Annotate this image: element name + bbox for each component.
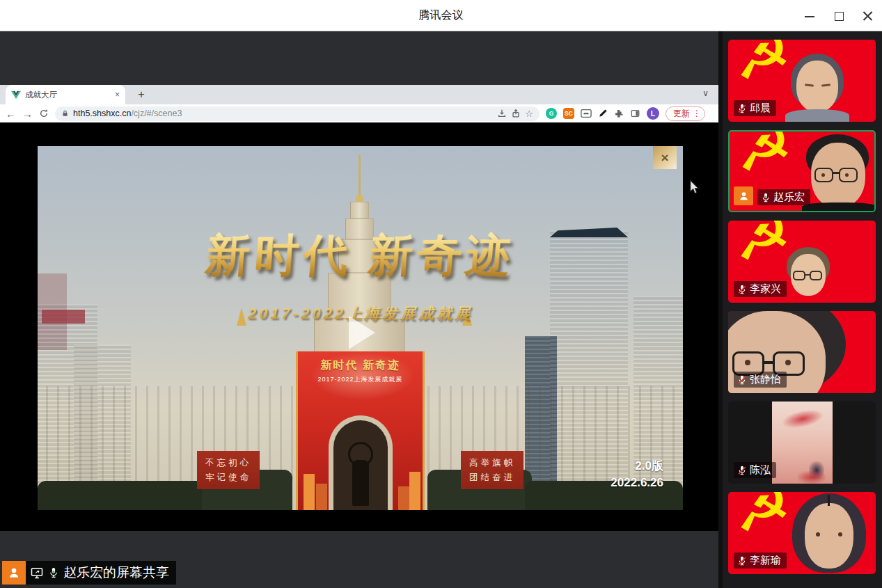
video-player[interactable]: 不忘初心 牢记使命 高举旗帜 团结奋进 新时代 新奇迹 2017-2022上海发… — [38, 146, 683, 510]
gate-subtitle: 2017-2022上海发展成就展 — [298, 375, 423, 384]
profile-avatar[interactable]: L — [647, 107, 659, 120]
address-bar[interactable]: hth5.shshxc.cn/cjz/#/scene3 ☆ — [55, 106, 540, 121]
participant-tile[interactable]: 陈泓 — [728, 402, 876, 484]
reload-icon[interactable] — [39, 109, 49, 118]
participant-tile[interactable]: ☭ 张静怡 — [728, 311, 876, 393]
share-icon[interactable] — [511, 109, 521, 118]
host-badge-icon — [2, 561, 26, 585]
close-icon[interactable] — [863, 10, 874, 22]
url-host: hth5.shshxc.cn — [73, 109, 131, 118]
web-page-content: 不忘初心 牢记使命 高举旗帜 团结奋进 新时代 新奇迹 2017-2022上海发… — [0, 122, 718, 531]
party-emblem-icon: ☭ — [730, 40, 794, 90]
participant-tile[interactable]: ☭ 李家兴 — [728, 221, 876, 303]
tencent-meeting-window: 腾讯会议 成就大厅 × + ∨ ← → — [0, 0, 882, 588]
update-label: 更新 — [673, 108, 690, 120]
minimize-icon[interactable] — [804, 10, 815, 22]
new-tab-button[interactable]: + — [134, 87, 149, 102]
mouse-cursor — [689, 180, 700, 198]
forward-icon[interactable]: → — [22, 109, 33, 119]
building-wing — [46, 386, 315, 481]
participant-name-tag: 张静怡 — [734, 372, 787, 388]
participant-name: 邱晨 — [750, 102, 771, 115]
browser-tabstrip: 成就大厅 × + ∨ — [0, 85, 718, 104]
muted-mic-icon — [737, 374, 748, 386]
tab-close-icon[interactable]: × — [115, 90, 120, 99]
browser-toolbar: ← → hth5.shshxc.cn/cjz/#/scene3 ☆ G SC — [0, 104, 718, 122]
bookmark-star-icon[interactable]: ☆ — [525, 109, 533, 119]
screen-share-bar: 赵乐宏的屏幕共享 — [2, 561, 176, 585]
tab-search-chevron-icon[interactable]: ∨ — [702, 88, 709, 98]
video-version-text: 2.0版 2022.6.26 — [611, 458, 663, 491]
version-number: 2.0版 — [611, 458, 663, 475]
share-label: 赵乐宏的屏幕共享 — [26, 561, 176, 585]
back-icon[interactable]: ← — [6, 109, 16, 119]
statue — [352, 460, 369, 506]
participant-tile[interactable]: ☭ 赵乐宏 — [728, 130, 876, 212]
participant-name-tag: 陈泓 — [734, 462, 776, 478]
participant-name-tag: 邱晨 — [734, 100, 776, 116]
share-text: 赵乐宏的屏幕共享 — [63, 564, 169, 582]
window-controls — [804, 0, 874, 31]
slogan-banner-left: 不忘初心 牢记使命 — [197, 451, 260, 489]
window-titlebar: 腾讯会议 — [0, 0, 882, 31]
side-panel-icon[interactable] — [630, 109, 640, 118]
exhibition-gate: 新时代 新奇迹 2017-2022上海发展成就展 — [296, 351, 425, 510]
host-badge-icon — [734, 186, 753, 205]
gate-arch — [329, 415, 393, 510]
participant-name: 赵乐宏 — [773, 191, 805, 204]
participant-name-tag: 李家兴 — [734, 281, 787, 297]
participant-tile[interactable]: ☭ 邱晨 — [728, 40, 876, 122]
video-main-title: 新时代 新奇迹 — [38, 225, 683, 286]
extensions-puzzle-icon[interactable] — [614, 109, 624, 118]
party-emblem-icon: ☭ — [730, 492, 794, 542]
live-mic-icon — [760, 192, 771, 203]
maximize-icon[interactable] — [833, 10, 844, 22]
party-emblem-icon: ☭ — [730, 221, 794, 271]
participant-name-tag: 李新瑜 — [734, 553, 787, 569]
sc-extension-icon[interactable]: SC — [563, 108, 574, 119]
muted-mic-icon — [737, 465, 748, 476]
url-path: /cjz/#/scene3 — [131, 109, 182, 118]
participant-tile[interactable]: ☭ 李新瑜 — [728, 492, 876, 574]
participant-name: 李新瑜 — [750, 554, 781, 567]
url-text: hth5.shshxc.cn/cjz/#/scene3 — [73, 109, 493, 118]
version-date: 2022.6.26 — [611, 475, 663, 491]
slogan-banner-right: 高举旗帜 团结奋进 — [461, 451, 523, 489]
window-title: 腾讯会议 — [0, 8, 882, 23]
play-icon[interactable] — [349, 316, 375, 349]
muted-mic-icon — [737, 555, 748, 566]
shared-screen-area: 成就大厅 × + ∨ ← → hth5.shshxc.cn/cjz/#/scen… — [0, 31, 718, 588]
pen-extension-icon[interactable] — [598, 109, 608, 118]
live-mic-icon — [47, 566, 60, 579]
tab-title: 成就大厅 — [25, 90, 111, 100]
party-emblem-icon: ☭ — [732, 130, 796, 182]
chrome-update-button[interactable]: 更新 ⋮ — [666, 106, 705, 121]
participants-sidebar: ☭ 邱晨 ☭ 赵乐宏 — [718, 31, 882, 588]
browser-tab[interactable]: 成就大厅 × — [6, 85, 125, 104]
download-icon[interactable] — [497, 109, 507, 118]
muted-mic-icon — [737, 103, 748, 114]
muted-mic-icon — [737, 284, 748, 295]
participant-name: 张静怡 — [750, 373, 781, 386]
participant-name: 陈泓 — [750, 463, 771, 477]
participant-name-tag: 赵乐宏 — [757, 189, 810, 205]
screenshot-extension-icon[interactable] — [581, 109, 592, 118]
gate-title: 新时代 新奇迹 — [298, 358, 423, 373]
vue-favicon-icon — [11, 90, 21, 100]
participant-name: 李家兴 — [750, 283, 781, 296]
menu-dots-icon[interactable]: ⋮ — [693, 109, 701, 118]
tower-spire — [359, 154, 361, 200]
grammarly-extension-icon[interactable]: G — [546, 108, 557, 119]
video-close-button[interactable]: × — [653, 146, 677, 169]
screen-share-icon — [30, 566, 44, 580]
lock-icon — [61, 109, 69, 118]
